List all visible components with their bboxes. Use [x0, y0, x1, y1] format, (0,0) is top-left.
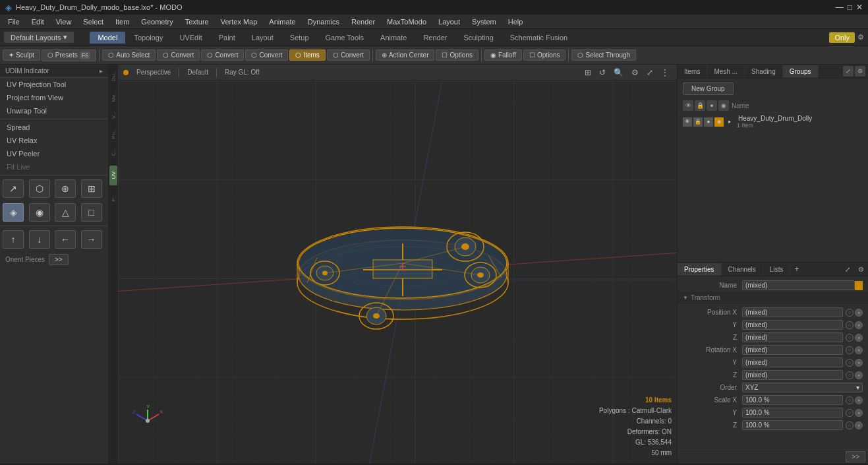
- transform-triangle[interactable]: ▼: [683, 295, 688, 301]
- rb-settings-btn[interactable]: ⚙: [854, 264, 868, 275]
- menu-edit[interactable]: Edit: [26, 16, 49, 27]
- select-through-btn[interactable]: ⬡ Select Through: [571, 49, 636, 61]
- order-dropdown[interactable]: XYZ ▾: [742, 383, 863, 392]
- ray-gl-label[interactable]: Ray GL: Off: [221, 68, 264, 77]
- pi-filled-9[interactable]: ●: [855, 421, 863, 429]
- pi-filled-3[interactable]: ●: [855, 334, 863, 342]
- icon-btn-diamond-active[interactable]: ◈: [3, 203, 24, 222]
- default-layouts-btn[interactable]: Default Layouts ▾: [4, 32, 74, 43]
- tab-lists[interactable]: Lists: [763, 263, 791, 276]
- arrow-left-btn[interactable]: ←: [55, 230, 76, 249]
- vp-refresh-icon[interactable]: ↺: [596, 67, 608, 78]
- pi-circle-9[interactable]: ○: [846, 421, 854, 429]
- name-input[interactable]: [742, 280, 855, 290]
- props-scroll-btn[interactable]: >>: [846, 451, 865, 462]
- pi-filled-1[interactable]: ●: [855, 309, 863, 317]
- tool-uv-projection[interactable]: UV Projection Tool: [0, 78, 108, 91]
- sculpt-btn[interactable]: ✦ Sculpt: [3, 49, 40, 61]
- vp-search-icon[interactable]: 🔍: [611, 67, 626, 78]
- items-btn[interactable]: ⬡ Items: [289, 49, 325, 61]
- pi-filled-4[interactable]: ●: [855, 346, 863, 354]
- vp-layout-icon[interactable]: ⊞: [582, 67, 594, 78]
- pi-circle-6[interactable]: ○: [846, 371, 854, 379]
- scale-x-input[interactable]: [742, 395, 843, 405]
- scale-y-input[interactable]: [742, 408, 843, 418]
- tab-layout[interactable]: Layout: [244, 32, 281, 44]
- pi-filled-2[interactable]: ●: [855, 321, 863, 329]
- pos-y-input[interactable]: [742, 320, 843, 330]
- tab-uvedit[interactable]: UVEdit: [171, 32, 210, 44]
- tab-shading[interactable]: Shading: [745, 65, 783, 78]
- tab-setup[interactable]: Setup: [282, 32, 317, 44]
- rb-expand-btn[interactable]: ⤢: [841, 264, 854, 275]
- left-collapse-side[interactable]: Du... Me... V... Po... C... UV F...: [109, 65, 118, 464]
- icon-btn-square[interactable]: □: [81, 203, 102, 222]
- settings-icon-right[interactable]: ⚙: [855, 66, 865, 77]
- rot-y-input[interactable]: [742, 357, 843, 367]
- settings-icon[interactable]: ⚙: [857, 33, 864, 42]
- group-expand-icon[interactable]: ▸: [725, 117, 734, 127]
- vp-settings-icon[interactable]: ⚙: [629, 67, 641, 78]
- menu-select[interactable]: Select: [78, 16, 109, 27]
- group-row-1[interactable]: 👁 🔒 ● ◈ ▸ Heavy_Duty_Drum_Dolly 1 Item: [678, 113, 868, 131]
- tab-paint[interactable]: Paint: [211, 32, 243, 44]
- tab-game-tools[interactable]: Game Tools: [318, 32, 372, 44]
- pi-circle-4[interactable]: ○: [846, 346, 854, 354]
- pi-circle-7[interactable]: ○: [846, 396, 854, 404]
- arrow-down-btn[interactable]: ↓: [29, 230, 50, 249]
- only-button[interactable]: Only: [829, 32, 855, 43]
- pi-filled-8[interactable]: ●: [855, 409, 863, 417]
- new-group-button[interactable]: New Group: [683, 82, 734, 95]
- perspective-label[interactable]: Perspective: [132, 68, 175, 77]
- pi-filled-6[interactable]: ●: [855, 371, 863, 379]
- pos-x-input[interactable]: [742, 307, 843, 317]
- add-tab-btn[interactable]: +: [790, 263, 803, 276]
- icon-btn-grid[interactable]: ⊞: [81, 179, 102, 198]
- tool-fit-live[interactable]: Fit Live: [0, 160, 108, 173]
- tab-model[interactable]: Model: [90, 32, 125, 44]
- icon-btn-arrow[interactable]: ↗: [3, 179, 24, 198]
- icon-btn-triangle[interactable]: △: [55, 203, 76, 222]
- tab-animate[interactable]: Animate: [372, 32, 415, 44]
- falloff-btn[interactable]: ◉ Falloff: [484, 49, 522, 61]
- vp-dots-icon[interactable]: ⋮: [658, 67, 672, 78]
- menu-item[interactable]: Item: [110, 16, 134, 27]
- pi-circle-8[interactable]: ○: [846, 409, 854, 417]
- maximize-btn[interactable]: □: [848, 3, 852, 12]
- pos-z-input[interactable]: [742, 332, 843, 342]
- pi-circle-1[interactable]: ○: [846, 309, 854, 317]
- tab-properties[interactable]: Properties: [678, 263, 722, 276]
- group-vis-icon[interactable]: 👁: [683, 117, 692, 127]
- tool-uv-relax[interactable]: UV Relax: [0, 134, 108, 147]
- tab-schematic[interactable]: Schematic Fusion: [502, 32, 575, 44]
- convert3-btn[interactable]: ⬡ Convert: [245, 49, 288, 61]
- group-lock-icon[interactable]: 🔒: [693, 117, 703, 127]
- convert4-btn[interactable]: ⬡ Convert: [327, 49, 370, 61]
- arrow-up-btn[interactable]: ↑: [3, 230, 24, 249]
- orient-expand-btn[interactable]: >>: [49, 254, 69, 265]
- default-label[interactable]: Default: [183, 68, 212, 77]
- presets-btn[interactable]: ⬡ Presets F6: [42, 49, 96, 61]
- arrow-right-btn[interactable]: →: [81, 230, 102, 249]
- convert2-btn[interactable]: ⬡ Convert: [201, 49, 244, 61]
- icon-btn-axis[interactable]: ⊕: [55, 179, 76, 198]
- tab-topology[interactable]: Topology: [126, 32, 171, 44]
- tool-unwrap[interactable]: Unwrap Tool: [0, 104, 108, 117]
- options2-btn[interactable]: ☐ Options: [523, 49, 565, 61]
- tab-render[interactable]: Render: [415, 32, 455, 44]
- auto-select-btn[interactable]: ⬡ Auto Select: [102, 49, 156, 61]
- tab-mesh[interactable]: Mesh ...: [707, 65, 745, 78]
- menu-geometry[interactable]: Geometry: [136, 16, 178, 27]
- minimize-btn[interactable]: —: [836, 3, 844, 12]
- menu-system[interactable]: System: [467, 16, 502, 27]
- pi-circle-2[interactable]: ○: [846, 321, 854, 329]
- pi-circle-5[interactable]: ○: [846, 359, 854, 367]
- pi-filled-5[interactable]: ●: [855, 359, 863, 367]
- expand-icon[interactable]: ⤢: [843, 66, 854, 77]
- pi-circle-3[interactable]: ○: [846, 334, 854, 342]
- menu-animate[interactable]: Animate: [264, 16, 301, 27]
- viewport-canvas[interactable]: X Z Y 10 Items Polygons : Catmull-Clark …: [118, 80, 677, 464]
- vp-expand-icon[interactable]: ⤢: [644, 67, 656, 78]
- menu-render[interactable]: Render: [346, 16, 380, 27]
- udim-expand-icon[interactable]: ▸: [100, 67, 103, 75]
